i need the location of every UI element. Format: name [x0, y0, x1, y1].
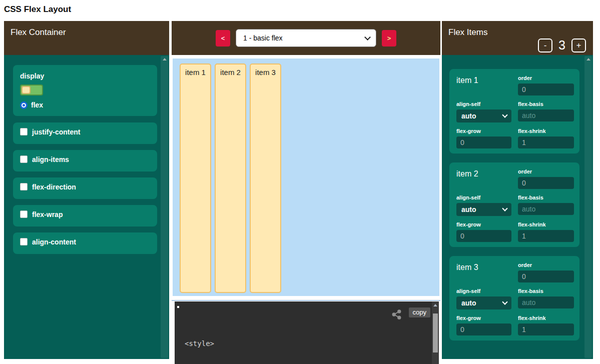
scroll-up-icon[interactable] — [433, 304, 437, 306]
item-1-flex-basis-input[interactable]: auto — [518, 110, 574, 122]
item-3-card: item 3 order 0 align-self auto flex-basi… — [449, 256, 579, 340]
flex-container-panel: Flex Container display flex justify-cont… — [4, 21, 169, 359]
item-1-flex-grow-input[interactable]: 0 — [456, 136, 511, 148]
flex-grow-label: flex-grow — [456, 315, 511, 321]
chevron-down-icon — [502, 299, 507, 304]
flex-direction-checkbox[interactable] — [20, 183, 28, 190]
item-3-title: item 3 — [456, 262, 511, 282]
preset-select[interactable]: 1 - basic flex — [236, 29, 376, 47]
item-1-card: item 1 order 0 align-self auto flex-basi… — [449, 69, 579, 154]
chevron-down-icon — [502, 112, 507, 118]
flex-items-panel-body: item 1 order 0 align-self auto flex-basi… — [442, 55, 593, 359]
code-scrollbar[interactable] — [432, 302, 439, 364]
code-cursor-dot — [177, 306, 179, 308]
align-content-label: align-content — [32, 238, 76, 246]
align-self-value: auto — [461, 112, 476, 120]
align-self-value: auto — [461, 206, 476, 214]
code-panel: <style> .flex-container { display: flex;… — [175, 302, 439, 364]
copy-button[interactable]: copy — [409, 308, 430, 318]
order-label: order — [518, 168, 574, 174]
flex-radio-label: flex — [31, 101, 43, 109]
flex-container-panel-title: Flex Container — [11, 28, 66, 37]
item-2-flex-grow-input[interactable]: 0 — [456, 230, 511, 242]
flex-basis-label: flex-basis — [518, 101, 574, 107]
property-card-justify-content: justify-content — [13, 122, 157, 144]
remove-item-button[interactable]: - — [538, 38, 552, 52]
code-line: <style> — [185, 339, 427, 348]
item-3-flex-grow-input[interactable]: 0 — [456, 324, 511, 336]
flex-shrink-label: flex-shrink — [518, 128, 574, 134]
preview-flex-item-1: item 1 — [180, 64, 211, 293]
item-3-order-input[interactable]: 0 — [518, 270, 574, 282]
display-toggle[interactable] — [20, 84, 43, 96]
preview-flex-item-3: item 3 — [250, 64, 281, 293]
next-preset-button[interactable]: > — [382, 30, 396, 46]
order-label: order — [518, 75, 574, 81]
generated-css-code: <style> .flex-container { display: flex; — [185, 320, 427, 364]
align-self-label: align-self — [456, 101, 511, 107]
item-2-card: item 2 order 0 align-self auto flex-basi… — [449, 162, 579, 247]
flex-shrink-label: flex-shrink — [518, 222, 574, 228]
property-card-flex-wrap: flex-wrap — [13, 205, 157, 226]
flex-shrink-label: flex-shrink — [518, 315, 574, 321]
flex-basis-label: flex-basis — [518, 194, 574, 200]
code-panel-divider — [172, 300, 440, 301]
item-1-title: item 1 — [456, 75, 511, 96]
page-title: CSS Flex Layout — [4, 4, 71, 14]
item-2-flex-shrink-input[interactable]: 1 — [518, 230, 574, 242]
align-items-label: align-items — [32, 156, 69, 164]
flex-basis-label: flex-basis — [518, 288, 574, 294]
align-content-checkbox[interactable] — [20, 238, 28, 246]
item-2-title: item 2 — [456, 168, 511, 189]
prev-preset-button[interactable]: < — [216, 30, 230, 46]
left-panel-scrollbar[interactable] — [161, 56, 168, 358]
flex-items-panel: Flex Items - 3 + item 1 order 0 align-se… — [442, 21, 593, 359]
item-2-flex-basis-input[interactable]: auto — [518, 203, 574, 215]
align-items-checkbox[interactable] — [20, 156, 28, 163]
flex-items-panel-title: Flex Items — [448, 28, 487, 37]
preview-flex-item-2: item 2 — [215, 64, 246, 293]
justify-content-checkbox[interactable] — [20, 128, 28, 136]
flex-container-panel-header: Flex Container — [4, 21, 169, 55]
align-self-label: align-self — [456, 288, 511, 294]
align-self-label: align-self — [456, 194, 511, 200]
flex-direction-label: flex-direction — [32, 183, 76, 191]
order-label: order — [518, 262, 574, 268]
chevron-down-icon — [502, 206, 507, 211]
item-1-flex-shrink-input[interactable]: 1 — [518, 136, 574, 148]
flex-wrap-label: flex-wrap — [32, 210, 63, 218]
display-property-card: display flex — [13, 65, 157, 116]
flex-grow-label: flex-grow — [456, 128, 511, 134]
item-3-align-self-select[interactable]: auto — [456, 296, 511, 310]
code-scrollbar-thumb[interactable] — [433, 314, 438, 352]
flex-items-panel-header: Flex Items - 3 + — [442, 21, 593, 55]
scroll-up-icon[interactable] — [586, 58, 590, 60]
property-card-align-content: align-content — [13, 232, 157, 254]
item-3-flex-shrink-input[interactable]: 1 — [518, 324, 574, 336]
display-label: display — [20, 72, 150, 80]
flex-wrap-checkbox[interactable] — [20, 210, 28, 218]
flex-preview-container: item 1 item 2 item 3 — [173, 58, 439, 296]
preset-nav-bar: < 1 - basic flex > — [172, 21, 440, 55]
flex-grow-label: flex-grow — [456, 222, 511, 228]
item-1-align-self-select[interactable]: auto — [456, 110, 511, 122]
item-2-align-self-select[interactable]: auto — [456, 203, 511, 216]
preset-select-value: 1 - basic flex — [243, 34, 283, 42]
align-self-value: auto — [461, 299, 476, 307]
share-icon[interactable] — [391, 309, 402, 320]
chevron-down-icon — [364, 34, 371, 40]
item-1-order-input[interactable]: 0 — [518, 84, 574, 96]
item-3-flex-basis-input[interactable]: auto — [518, 296, 574, 308]
property-card-flex-direction: flex-direction — [13, 178, 157, 199]
flex-container-panel-body: display flex justify-content align-items… — [4, 55, 169, 359]
right-panel-scrollbar[interactable] — [584, 56, 592, 358]
toggle-knob[interactable] — [22, 86, 31, 94]
item-2-order-input[interactable]: 0 — [518, 177, 574, 189]
property-card-align-items: align-items — [13, 150, 157, 172]
add-item-button[interactable]: + — [571, 38, 586, 52]
scroll-up-icon[interactable] — [163, 58, 167, 60]
flex-radio[interactable] — [20, 102, 28, 109]
item-count: 3 — [558, 38, 565, 52]
justify-content-label: justify-content — [32, 128, 80, 136]
